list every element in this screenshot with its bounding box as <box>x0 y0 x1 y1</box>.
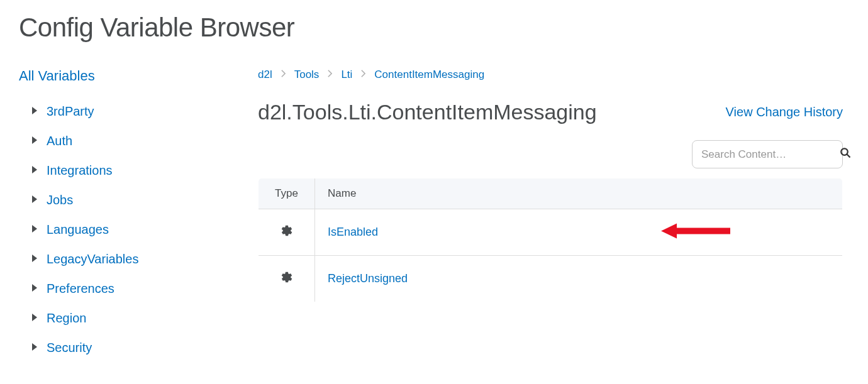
variable-link-isenabled[interactable]: IsEnabled <box>328 226 378 238</box>
caret-right-icon <box>31 343 39 354</box>
caret-right-icon <box>31 195 39 206</box>
sidebar-item-languages[interactable]: Languages <box>31 215 233 244</box>
sidebar-item-jobs[interactable]: Jobs <box>31 185 233 215</box>
caret-right-icon <box>31 136 39 147</box>
search-input[interactable] <box>701 148 835 161</box>
sidebar-item-label: Region <box>47 311 86 326</box>
variable-link-rejectunsigned[interactable]: RejectUnsigned <box>328 272 408 285</box>
sidebar-item-region[interactable]: Region <box>31 304 233 333</box>
table-row: IsEnabled <box>259 209 843 256</box>
section-heading: d2l.Tools.Lti.ContentItemMessaging <box>258 100 597 124</box>
chevron-right-icon <box>281 68 286 81</box>
table-header-type: Type <box>259 178 315 209</box>
svg-marker-5 <box>32 255 37 262</box>
page-title: Config Variable Browser <box>19 13 849 43</box>
tree-list: 3rdParty Auth Integrations Jobs Language… <box>19 97 233 363</box>
sidebar: All Variables 3rdParty Auth Integrations… <box>19 68 233 363</box>
sidebar-item-legacyvariables[interactable]: LegacyVariables <box>31 244 233 274</box>
svg-marker-2 <box>32 166 37 173</box>
chevron-right-icon <box>328 68 332 81</box>
sidebar-item-label: Security <box>47 341 92 355</box>
sidebar-item-label: Languages <box>47 222 109 237</box>
svg-marker-4 <box>32 225 37 233</box>
table-row: RejectUnsigned <box>259 256 843 302</box>
breadcrumb-item-contentitemmessaging[interactable]: ContentItemMessaging <box>374 69 484 81</box>
svg-marker-6 <box>32 284 37 292</box>
red-arrow-annotation <box>661 221 730 243</box>
svg-marker-3 <box>32 195 37 203</box>
sidebar-item-3rdparty[interactable]: 3rdParty <box>31 97 233 126</box>
config-variables-table: Type Name IsEnabled <box>258 178 843 302</box>
caret-right-icon <box>31 283 39 295</box>
view-change-history-link[interactable]: View Change History <box>726 105 843 119</box>
sidebar-item-label: Preferences <box>47 282 114 296</box>
svg-line-10 <box>847 154 850 157</box>
caret-right-icon <box>31 224 39 236</box>
caret-right-icon <box>31 254 39 265</box>
svg-point-9 <box>841 148 848 155</box>
svg-marker-11 <box>661 223 730 238</box>
svg-marker-8 <box>32 343 37 351</box>
sidebar-heading-all-variables[interactable]: All Variables <box>19 68 233 84</box>
caret-right-icon <box>31 165 39 177</box>
caret-right-icon <box>31 313 39 324</box>
search-box[interactable] <box>692 140 843 168</box>
sidebar-item-label: Integrations <box>47 163 113 178</box>
breadcrumb-item-lti[interactable]: Lti <box>341 69 352 81</box>
sidebar-item-label: Jobs <box>47 193 73 207</box>
sidebar-item-integrations[interactable]: Integrations <box>31 156 233 185</box>
sidebar-item-label: 3rdParty <box>47 104 94 119</box>
svg-marker-0 <box>32 107 37 114</box>
breadcrumb-item-tools[interactable]: Tools <box>294 69 320 81</box>
main-content: d2l Tools Lti ContentItemMessaging d2l.T… <box>258 68 849 363</box>
breadcrumb-item-d2l[interactable]: d2l <box>258 69 272 81</box>
gear-icon <box>281 227 293 239</box>
table-header-name: Name <box>315 178 843 209</box>
sidebar-item-label: Auth <box>47 134 72 148</box>
chevron-right-icon <box>361 68 365 81</box>
sidebar-item-preferences[interactable]: Preferences <box>31 274 233 304</box>
sidebar-item-security[interactable]: Security <box>31 333 233 363</box>
svg-marker-7 <box>32 314 37 321</box>
breadcrumb: d2l Tools Lti ContentItemMessaging <box>258 68 843 81</box>
search-icon[interactable] <box>840 147 851 162</box>
sidebar-item-label: LegacyVariables <box>47 252 138 266</box>
sidebar-item-auth[interactable]: Auth <box>31 126 233 156</box>
svg-marker-1 <box>32 136 37 144</box>
gear-icon <box>281 273 293 286</box>
caret-right-icon <box>31 106 39 118</box>
